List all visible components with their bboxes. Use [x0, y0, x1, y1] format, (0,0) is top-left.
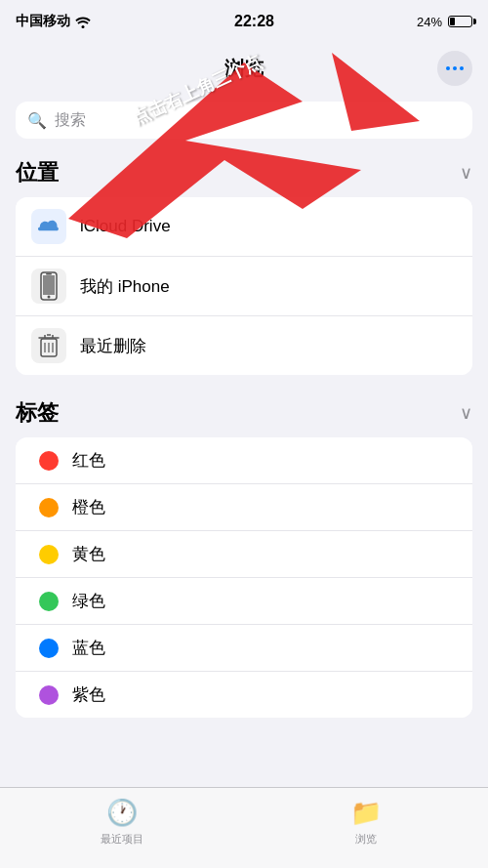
carrier-label: 中国移动 — [16, 13, 70, 30]
trash-icon — [31, 328, 66, 363]
purple-label: 紫色 — [72, 683, 105, 706]
status-bar: 中国移动 22:28 24% — [0, 0, 488, 43]
icloud-icon — [31, 209, 66, 244]
iphone-icon — [31, 269, 66, 304]
blue-label: 蓝色 — [72, 637, 105, 659]
search-placeholder: 搜索 — [55, 110, 86, 131]
tags-section-header: 标签 ∨ — [0, 391, 488, 434]
list-item-orange[interactable]: 橙色 — [16, 484, 472, 531]
browse-icon: 📁 — [350, 798, 382, 828]
list-item-recently-deleted[interactable]: 最近删除 — [16, 316, 472, 375]
green-dot-icon — [39, 592, 59, 611]
browse-label: 浏览 — [355, 832, 377, 847]
list-item-red[interactable]: 红色 — [16, 437, 472, 484]
orange-label: 橙色 — [72, 496, 105, 518]
list-item-purple[interactable]: 紫色 — [16, 672, 472, 718]
my-iphone-label: 我的 iPhone — [80, 275, 170, 298]
list-item-blue[interactable]: 蓝色 — [16, 625, 472, 672]
svg-rect-2 — [43, 275, 55, 295]
svg-point-3 — [48, 296, 51, 299]
search-bar[interactable]: 🔍 搜索 — [16, 102, 472, 139]
tab-browse[interactable]: 📁 浏览 — [244, 798, 488, 847]
yellow-dot-icon — [39, 545, 59, 564]
wifi-icon — [74, 16, 92, 28]
purple-dot-icon — [39, 685, 59, 705]
battery-percent: 24% — [417, 15, 442, 29]
tags-list: 红色 橙色 黄色 绿色 蓝色 紫色 — [16, 437, 472, 718]
tab-bar: 🕐 最近项目 📁 浏览 — [0, 787, 488, 868]
locations-list: iCloud Drive 我的 iPhone — [16, 197, 472, 375]
page-title: 浏览 — [224, 56, 264, 82]
yellow-label: 黄色 — [72, 543, 105, 565]
list-item-icloud[interactable]: iCloud Drive — [16, 197, 472, 257]
more-button[interactable] — [437, 51, 472, 86]
locations-chevron-icon[interactable]: ∨ — [460, 162, 472, 184]
recents-icon: 🕐 — [106, 798, 138, 828]
icloud-drive-label: iCloud Drive — [80, 217, 171, 236]
tab-recents[interactable]: 🕐 最近项目 — [0, 798, 244, 847]
svg-point-0 — [82, 25, 85, 28]
recently-deleted-label: 最近删除 — [80, 335, 146, 357]
search-bar-container: 🔍 搜索 — [0, 94, 488, 150]
status-time: 22:28 — [234, 13, 274, 30]
green-label: 绿色 — [72, 590, 105, 612]
list-item-yellow[interactable]: 黄色 — [16, 531, 472, 578]
battery-icon — [448, 16, 472, 27]
tags-title: 标签 — [16, 398, 59, 428]
red-label: 红色 — [72, 449, 105, 472]
search-icon: 🔍 — [27, 111, 47, 130]
locations-section-header: 位置 ∨ — [0, 150, 488, 193]
blue-dot-icon — [39, 639, 59, 658]
nav-header: 浏览 — [0, 43, 488, 94]
status-left: 中国移动 — [16, 13, 92, 30]
status-right: 24% — [417, 15, 472, 29]
locations-title: 位置 — [16, 158, 59, 187]
orange-dot-icon — [39, 498, 59, 517]
recents-label: 最近项目 — [101, 832, 143, 847]
list-item-green[interactable]: 绿色 — [16, 578, 472, 625]
three-dots-icon — [446, 66, 464, 70]
tags-chevron-icon[interactable]: ∨ — [460, 402, 472, 424]
red-dot-icon — [39, 451, 59, 471]
list-item-iphone[interactable]: 我的 iPhone — [16, 257, 472, 316]
svg-rect-4 — [46, 273, 52, 275]
